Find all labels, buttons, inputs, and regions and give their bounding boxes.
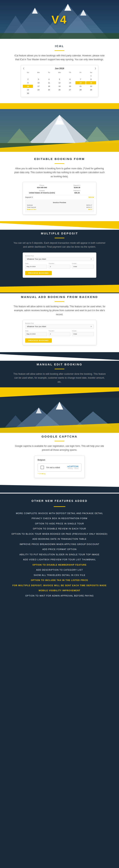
date-input2[interactable]: May 24 2019	[25, 332, 47, 336]
cal-day-24[interactable]: 24	[33, 88, 43, 91]
other-features-section: OTHER NEW FEATURES ADDED MORE COMPLETE I…	[0, 494, 119, 604]
booked-tour-value2[interactable]: Whatever Tour you Want ▼	[25, 324, 94, 329]
cal-day-we: We	[54, 71, 65, 74]
cal-day-6[interactable]: 6	[65, 78, 75, 81]
process-booking-button[interactable]: PROCESS BOOKING	[25, 271, 52, 275]
inv-label1: Subtotal	[27, 204, 33, 206]
cal-day-10[interactable]: 10	[33, 81, 43, 84]
cal-day-17[interactable]: 17	[33, 85, 43, 88]
cal-day-22[interactable]: 22	[86, 85, 96, 88]
cal-day-4[interactable]: 4	[44, 78, 54, 81]
cal-day-1[interactable]: 1	[86, 74, 96, 78]
feature-item-11: OPTION TO DISABLE MEMBERSHIP FEATURE	[10, 562, 109, 567]
booked-tour-text: Whatever Tour you Want	[27, 258, 46, 260]
manual-add-desc: This feature will allow admin to add boo…	[13, 305, 106, 316]
editable-booking-form-mockup: Phone: 024-345-045 Deposit 1: $169.38 Co…	[23, 182, 96, 215]
cal-day-25[interactable]: 25	[44, 88, 54, 91]
cal-day-28[interactable]: 28	[75, 88, 85, 91]
cal-month: Jun 2019	[55, 67, 64, 69]
cal-day-9[interactable]: 9	[23, 81, 33, 84]
cal-day-11[interactable]: 11	[44, 81, 54, 84]
recaptcha-logo: reCAPTCHA Privacy - Terms	[67, 465, 79, 469]
editable-booking-title: EDITABLE BOOKING FORM	[8, 157, 111, 160]
tour-select-row: Booked Tour Whatever Tour you Want ▼	[25, 255, 94, 261]
cal-day-27[interactable]: 27	[65, 88, 75, 91]
dropdown-chevron: ▼	[90, 258, 92, 260]
cal-day-21[interactable]: 21	[75, 85, 85, 88]
transition-to-white-1	[0, 285, 119, 293]
cal-day-sa: Sa	[86, 71, 96, 74]
cal-empty	[23, 74, 33, 78]
ical-title: ICAL	[8, 44, 111, 48]
form-deposit2-col: Deposit 2: $45.25	[60, 190, 94, 194]
svg-marker-19	[0, 221, 119, 229]
svg-marker-32	[0, 485, 119, 493]
feature-item-10: ADD VIDEO LIGHTBOX PREVIEW FOR TOUR LIST…	[10, 557, 109, 562]
cal-day-19[interactable]: 19	[54, 85, 65, 88]
cal-empty	[75, 74, 85, 78]
multiple-deposit-section: MULTIPLE DEPOSIT You can set up to 5 dep…	[0, 230, 119, 285]
cal-day-3[interactable]: 3	[33, 78, 43, 81]
captcha-checkbox[interactable]	[40, 466, 44, 469]
ical-description: iCal feature allows you to view bookings…	[13, 54, 106, 62]
booking-date-row2: Date May 24 2019 Traveler: 2 Grade: Chil…	[25, 330, 94, 336]
cal-day-18[interactable]: 18	[44, 85, 54, 88]
cal-day-26[interactable]: 26	[54, 88, 65, 91]
phone-label: Phone:	[25, 184, 59, 186]
cal-day-16[interactable]: 16	[23, 85, 33, 88]
cal-empty	[33, 92, 43, 95]
cal-day-8[interactable]: 8	[86, 78, 96, 81]
phone-value: 024-345-045	[25, 187, 59, 188]
manual-add-mockup: Booked Tour Whatever Tour you Want ▼ Dat…	[23, 320, 96, 345]
cal-day-th: Th	[65, 71, 75, 74]
cal-prev[interactable]: ❮	[23, 67, 25, 69]
grade-value2: Child	[73, 333, 77, 335]
cal-day-13[interactable]: 13	[65, 81, 75, 84]
grade-input2[interactable]: Child	[72, 332, 94, 336]
traveler-input[interactable]: 2	[49, 265, 71, 269]
multiple-deposit-mockup: Booked Tour Whatever Tour you Want ▼ Dat…	[23, 252, 96, 278]
cal-empty	[54, 74, 65, 78]
cal-header: ❮ Jun 2019 ❯	[23, 67, 96, 69]
process-booking-button2[interactable]: PROCESS BOOKING	[25, 338, 52, 343]
hero-title: V4	[51, 13, 68, 26]
cal-day-12[interactable]: 12	[54, 81, 65, 84]
booked-tour-value[interactable]: Whatever Tour you Want ▼	[25, 257, 94, 261]
manual-add-section: MANUAL ADD BOOKING FROM BACKEND This fea…	[0, 293, 119, 352]
cal-empty	[65, 74, 75, 78]
booked-tour-label2: Booked Tour	[25, 322, 94, 324]
multiple-deposit-desc: You can set up to 5 deposits. Each depos…	[13, 241, 106, 249]
feature-item-17: OPTION TO WAIT FOR ADMIN APPROVAL BEFORE…	[10, 593, 109, 598]
date-value: May 24 2019	[27, 266, 36, 268]
inv-label2: Total Deposit	[27, 207, 36, 208]
cal-empty	[33, 74, 43, 78]
calendar-mockup: ❮ Jun 2019 ❯ Su Mo Tu We Th Fr Sa 1	[21, 65, 98, 97]
cal-next[interactable]: ❯	[94, 67, 96, 69]
cal-day-29[interactable]: 29	[86, 88, 96, 91]
cal-day-15[interactable]: 15	[86, 81, 96, 84]
cal-grid: Su Mo Tu We Th Fr Sa 1 2 3 4 5 6	[23, 71, 96, 95]
booked-tour-label: Booked Tour	[25, 255, 94, 257]
grade-input[interactable]: Child	[72, 265, 94, 269]
cal-day-20[interactable]: 20	[65, 85, 75, 88]
yellow-transition-1	[0, 103, 119, 109]
captcha-desc: Google captcha is available for user reg…	[13, 444, 106, 452]
booking-date-row: Date May 24 2019 Traveler: 2 Grade: Chil…	[25, 262, 94, 269]
feature-item-3: OPTION TO HIDE PRICE IN SINGLE TOUR	[10, 521, 109, 526]
date-input[interactable]: May 24 2019	[25, 265, 47, 269]
cal-day-2[interactable]: 2	[23, 78, 33, 81]
cal-day-5[interactable]: 5	[54, 78, 65, 81]
invoice-row3: Balance Due $0.00	[27, 209, 92, 210]
grade-label2: Grade:	[72, 330, 94, 332]
grade-field: Grade: Child	[72, 262, 94, 269]
cal-day-7[interactable]: 7	[75, 78, 85, 81]
deposit1-label: Deposit 1:	[60, 184, 94, 186]
cal-empty	[44, 92, 54, 95]
captcha-creating-label: * Creating	[38, 473, 81, 475]
captcha-title: GOOGLE CAPTCHA	[8, 435, 111, 438]
cal-day-14[interactable]: 14	[75, 81, 85, 84]
traveler-input2[interactable]: 2	[49, 332, 71, 336]
cal-day-23[interactable]: 23	[23, 88, 33, 91]
cal-day-30[interactable]: 30	[23, 92, 33, 95]
invoice-row2: Total Deposit $234.17	[27, 207, 92, 208]
